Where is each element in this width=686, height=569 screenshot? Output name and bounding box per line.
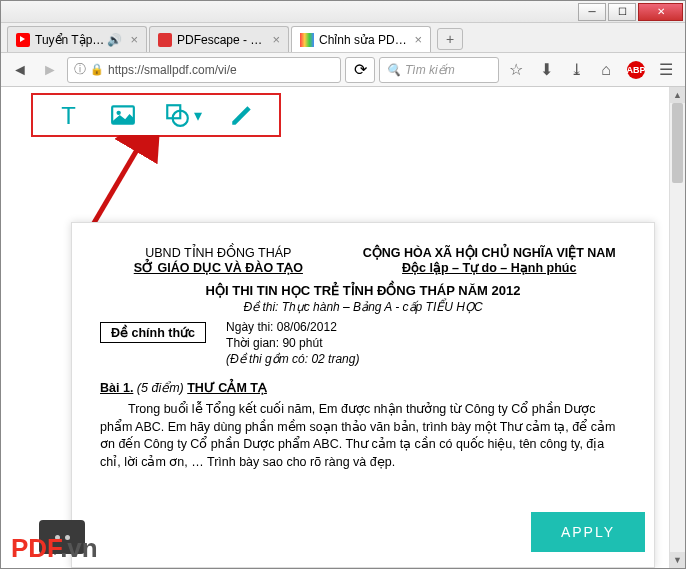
sound-icon: 🔊 <box>107 33 122 47</box>
window-titlebar: ─ ☐ ✕ <box>1 1 685 23</box>
svg-text:T: T <box>61 102 76 128</box>
lock-icon: 🔒 <box>90 63 104 76</box>
doc-body-text: Trong buổi lễ Tổng kết cuối năm, Em được… <box>100 401 626 471</box>
doc-org2: SỞ GIÁO DỤC VÀ ĐÀO TẠO <box>100 260 337 275</box>
apply-button[interactable]: APPLY <box>531 512 645 552</box>
refresh-button[interactable]: ⟳ <box>345 57 375 83</box>
draw-tool[interactable] <box>229 102 255 128</box>
url-input[interactable]: ⓘ 🔒 https://smallpdf.com/vi/e <box>67 57 341 83</box>
scroll-thumb[interactable] <box>672 103 683 183</box>
smallpdf-icon <box>300 33 314 47</box>
reload-icon: ⟳ <box>354 60 367 79</box>
youtube-icon <box>16 33 30 47</box>
doc-org1: UBND TỈNH ĐỒNG THÁP <box>100 245 337 260</box>
doc-pages: (Đề thi gồm có: 02 trang) <box>226 352 359 366</box>
search-input[interactable]: 🔍 Tìm kiếm <box>379 57 499 83</box>
tab-smallpdf[interactable]: Chỉnh sửa PDF - Ph × <box>291 26 431 52</box>
tab-youtube[interactable]: Tuyển Tập Nhạc 🔊 × <box>7 26 147 52</box>
url-text: https://smallpdf.com/vi/e <box>108 63 237 77</box>
home-button[interactable]: ⌂ <box>593 57 619 83</box>
maximize-button[interactable]: ☐ <box>608 3 636 21</box>
page-content: T ▾ UBND TỈNH ĐỒNG THÁP SỞ GIÁO DỤC VÀ Đ… <box>1 87 685 568</box>
nav-bar: ◄ ► ⓘ 🔒 https://smallpdf.com/vi/e ⟳ 🔍 Tì… <box>1 53 685 87</box>
doc-exercise-heading: Bài 1. (5 điểm) THƯ CẢM TẠ <box>100 380 626 395</box>
pdfescape-icon <box>158 33 172 47</box>
doc-nation: CỘNG HÒA XÃ HỘI CHỦ NGHĨA VIỆT NAM <box>352 245 626 260</box>
pocket-button[interactable]: ⬇ <box>533 57 559 83</box>
minimize-button[interactable]: ─ <box>578 3 606 21</box>
doc-date: Ngày thi: 08/06/2012 <box>226 320 359 334</box>
adblock-icon[interactable]: ABP <box>623 57 649 83</box>
tab-close-icon[interactable]: × <box>272 32 280 47</box>
scrollbar[interactable]: ▲ ▼ <box>669 87 685 568</box>
doc-motto: Độc lập – Tự do – Hạnh phúc <box>352 260 626 275</box>
tab-label: Chỉnh sửa PDF - Ph <box>319 33 409 47</box>
tab-pdfescape[interactable]: PDFescape - Free P × <box>149 26 289 52</box>
forward-button[interactable]: ► <box>37 57 63 83</box>
menu-button[interactable]: ☰ <box>653 57 679 83</box>
tab-label: PDFescape - Free P <box>177 33 267 47</box>
tab-close-icon[interactable]: × <box>414 32 422 47</box>
tab-label: Tuyển Tập Nhạc <box>35 33 104 47</box>
editor-toolbar: T ▾ <box>31 93 281 137</box>
back-button[interactable]: ◄ <box>7 57 33 83</box>
tab-close-icon[interactable]: × <box>130 32 138 47</box>
new-tab-button[interactable]: + <box>437 28 463 50</box>
doc-subtitle: Đề thi: Thực hành – Bảng A - cấp TIỂU HỌ… <box>100 300 626 314</box>
doc-time: Thời gian: 90 phút <box>226 336 359 350</box>
image-tool[interactable] <box>110 102 136 128</box>
doc-title: HỘI THI TIN HỌC TRẺ TỈNH ĐỒNG THÁP NĂM 2… <box>100 283 626 298</box>
svg-point-2 <box>117 111 121 115</box>
doc-official-stamp: Đề chính thức <box>100 322 206 343</box>
search-icon: 🔍 <box>386 63 401 77</box>
downloads-button[interactable]: ⤓ <box>563 57 589 83</box>
scroll-down-button[interactable]: ▼ <box>670 552 685 568</box>
text-tool[interactable]: T <box>57 102 83 128</box>
scroll-up-button[interactable]: ▲ <box>670 87 685 103</box>
bookmark-button[interactable]: ☆ <box>503 57 529 83</box>
info-icon: ⓘ <box>74 61 86 78</box>
close-button[interactable]: ✕ <box>638 3 683 21</box>
shape-tool[interactable]: ▾ <box>164 102 202 128</box>
search-placeholder: Tìm kiếm <box>405 63 455 77</box>
tab-bar: Tuyển Tập Nhạc 🔊 × PDFescape - Free P × … <box>1 23 685 53</box>
watermark: PDF.vn <box>11 533 98 564</box>
